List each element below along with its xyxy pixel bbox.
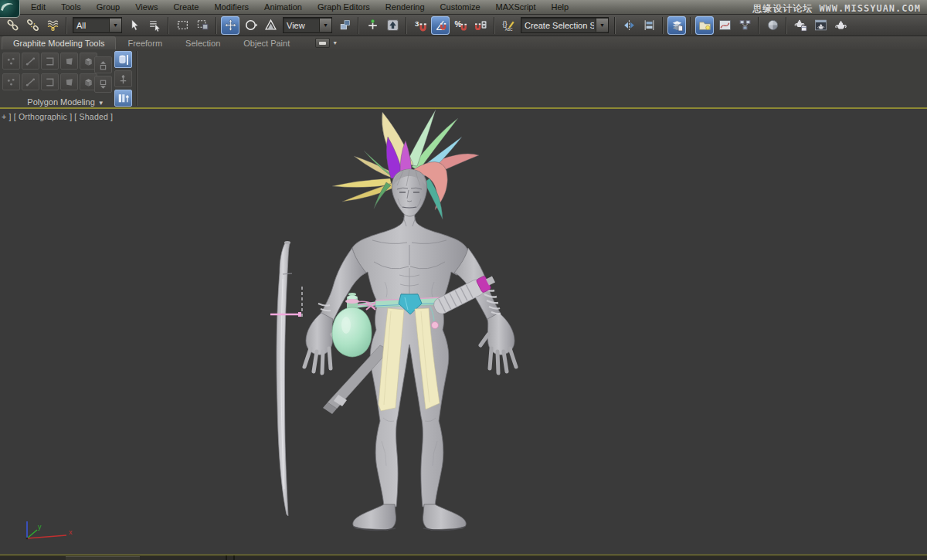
ribbon-tab-strip: Graphite Modeling ToolsFreeformSelection… — [0, 36, 927, 49]
character-model[interactable] — [304, 169, 516, 531]
polygon-modeling-panel-label[interactable]: Polygon Modeling▼ — [0, 97, 131, 107]
subobject-row-2 — [2, 73, 97, 90]
menu-tools[interactable]: Tools — [53, 0, 89, 14]
vertex-select-button[interactable] — [2, 73, 20, 90]
dropdown-arrow-icon[interactable] — [109, 19, 121, 32]
menu-edit[interactable]: Edit — [23, 0, 53, 14]
toolbar-separator — [358, 17, 359, 34]
use-pivot-point-center-button[interactable] — [335, 16, 354, 35]
main-toolbar: AllView3%{}ABCCreate Selection Se — [0, 14, 927, 36]
toolbar-separator — [406, 17, 407, 34]
menu-views[interactable]: Views — [127, 0, 165, 14]
window-crossing-toggle-button[interactable] — [193, 16, 212, 35]
align-button[interactable] — [640, 16, 658, 35]
named-selection-set-dropdown-value: Create Selection Se — [521, 21, 594, 30]
toolbar-separator — [690, 17, 691, 34]
unlink-selection-button[interactable] — [23, 16, 42, 35]
menu-animation[interactable]: Animation — [256, 0, 310, 14]
ribbon-tab-graphite-modeling-tools[interactable]: Graphite Modeling Tools — [2, 36, 116, 49]
select-and-move-button[interactable] — [221, 16, 239, 35]
menu-rendering[interactable]: Rendering — [378, 0, 433, 14]
left-foot — [353, 504, 396, 530]
pin-stack-button[interactable] — [114, 51, 132, 68]
chevron-down-icon[interactable]: ▼ — [332, 40, 338, 46]
ribbon-tab-object-paint[interactable]: Object Paint — [232, 37, 301, 49]
menu-create[interactable]: Create — [165, 0, 206, 14]
named-selection-set-dropdown[interactable]: Create Selection Se — [521, 17, 609, 33]
percent-snap-toggle-button[interactable]: % — [451, 16, 470, 35]
toolbar-separator — [66, 17, 67, 34]
polygon-modeling-panel: Polygon Modeling▼ — [0, 49, 138, 107]
schematic-view-button[interactable] — [735, 16, 754, 35]
polygon-select-button[interactable] — [60, 73, 78, 90]
curve-editor-button[interactable] — [715, 16, 734, 35]
menu-graph-editors[interactable]: Graph Editors — [310, 0, 378, 14]
perspective-viewport[interactable]: + ] [ Orthographic ] [ Shaded ] — [0, 107, 927, 555]
menu-maxscript[interactable]: MAXScript — [488, 0, 544, 14]
3ds-max-logo[interactable] — [0, 0, 20, 18]
ribbon-tab-selection[interactable]: Selection — [174, 37, 232, 49]
svg-text:%: % — [454, 20, 461, 29]
katana-model[interactable] — [277, 241, 292, 516]
dropdown-arrow-icon[interactable] — [596, 19, 608, 32]
panel-label-text: Polygon Modeling — [27, 97, 94, 107]
polygon-button[interactable] — [60, 53, 78, 70]
show-end-result-button[interactable] — [114, 70, 132, 87]
angle-snap-toggle-button[interactable] — [431, 16, 450, 35]
select-and-rotate-button[interactable] — [241, 16, 260, 35]
rectangular-selection-region-button[interactable] — [173, 16, 192, 35]
track-tick — [226, 555, 227, 560]
menu-help[interactable]: Help — [544, 0, 577, 14]
keyboard-shortcut-override-button[interactable] — [383, 16, 402, 35]
toolbar-separator — [662, 17, 664, 34]
modifier-stack-up-button[interactable] — [94, 56, 112, 73]
select-object-button[interactable] — [125, 16, 144, 35]
spinner-snap-toggle-button[interactable] — [471, 16, 490, 35]
menu-customize[interactable]: Customize — [433, 0, 488, 14]
select-and-link-button[interactable] — [3, 16, 22, 35]
stack-buttons — [94, 56, 112, 93]
bind-to-space-warp-button[interactable] — [43, 16, 62, 35]
reference-coordinate-system-dropdown[interactable]: View — [283, 17, 332, 33]
selection-filter-dropdown[interactable]: All — [73, 17, 122, 33]
selection-filter-dropdown-value: All — [73, 21, 107, 30]
svg-text:3: 3 — [415, 19, 419, 28]
scene-canvas[interactable] — [0, 109, 927, 555]
modifier-stack-down-button[interactable] — [94, 76, 112, 93]
graphite-ribbon: Graphite Modeling ToolsFreeformSelection… — [0, 36, 927, 107]
edit-named-selection-sets-button[interactable]: {}ABC — [499, 16, 518, 35]
material-editor-button[interactable] — [763, 16, 782, 35]
subobject-row-1 — [2, 53, 97, 70]
rendered-frame-window-button[interactable] — [811, 16, 830, 35]
snaps-toggle-3d-button[interactable]: 3 — [411, 16, 430, 35]
border-button[interactable] — [41, 53, 59, 70]
chevron-down-icon: ▼ — [98, 100, 104, 107]
ribbon-body: Polygon Modeling▼ — [0, 49, 927, 107]
render-setup-button[interactable] — [791, 16, 810, 35]
3ds-max-window: { "window": { "watermark": "思缘设计论坛 WWW.M… — [0, 0, 927, 560]
render-production-button[interactable] — [831, 16, 850, 35]
right-foot — [423, 504, 466, 530]
select-and-scale-button[interactable] — [261, 16, 280, 35]
mirror-button[interactable] — [620, 16, 638, 35]
select-by-name-button[interactable] — [145, 16, 164, 35]
toolbar-separator — [614, 17, 616, 34]
vertex-button[interactable] — [2, 53, 20, 70]
dropdown-arrow-icon[interactable] — [319, 19, 331, 32]
menu-modifiers[interactable]: Modifiers — [206, 0, 256, 14]
ribbon-tab-freeform[interactable]: Freeform — [116, 37, 174, 49]
track-bar-strip — [0, 555, 927, 560]
graphite-modeling-tools-toggle-button[interactable] — [695, 16, 714, 35]
track-tick — [233, 555, 235, 560]
ribbon-minimize-button[interactable] — [315, 38, 330, 48]
menu-group[interactable]: Group — [89, 0, 128, 14]
select-and-manipulate-button[interactable] — [363, 16, 382, 35]
border-select-button[interactable] — [41, 73, 59, 90]
edge-select-button[interactable] — [22, 73, 39, 90]
time-slider-fragment[interactable] — [66, 556, 140, 560]
axis-label-x: x — [69, 528, 73, 536]
toolbar-separator — [494, 17, 495, 34]
edge-button[interactable] — [22, 53, 39, 70]
layer-manager-button[interactable] — [667, 16, 686, 35]
svg-text:ABC: ABC — [504, 28, 512, 32]
